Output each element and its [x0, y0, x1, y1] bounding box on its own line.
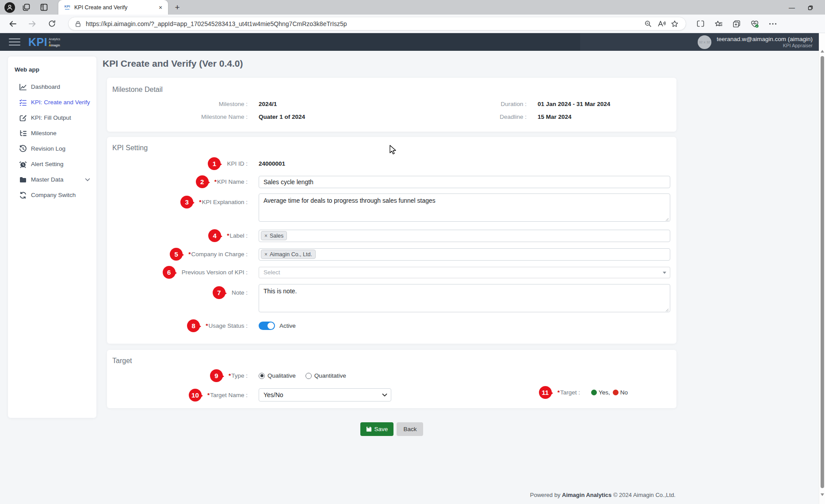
- window-restore-button[interactable]: [807, 4, 814, 11]
- sidebar-heading: Web app: [15, 66, 96, 73]
- target-yes-dot: [591, 390, 597, 395]
- annotation-badge-10: 10: [189, 389, 202, 402]
- app-workspace: Web app Dashboard KPI: Create and Verify…: [0, 51, 819, 504]
- radio-selected-icon[interactable]: [259, 373, 265, 379]
- window-minimize-button[interactable]: —: [789, 5, 795, 10]
- annotation-badge-11: 11: [539, 386, 552, 399]
- page-title: KPI Create and Verify (Ver 0.4.0): [103, 58, 676, 69]
- chevron-down-icon: [382, 392, 387, 398]
- browser-essentials-icon[interactable]: [749, 18, 760, 30]
- sidebar-item-revision-log[interactable]: Revision Log: [15, 141, 96, 156]
- company-in-charge-row: 5 * Company in Charge : × Aimagin Co., L…: [112, 248, 670, 261]
- annotation-badge-5: 5: [170, 248, 183, 261]
- sidebar-item-master-data[interactable]: Master Data: [15, 172, 96, 187]
- zoom-out-icon[interactable]: [642, 18, 655, 30]
- tab-title: KPI Create and Verify: [74, 4, 157, 11]
- new-tab-button[interactable]: +: [172, 2, 183, 13]
- user-menu[interactable]: 32 x 32 teeranad.w@aimagin.com (aimagin)…: [580, 33, 819, 51]
- target-name-select[interactable]: Yes/No: [259, 388, 391, 402]
- target-card: Target 9 * Type : Qualitative: [107, 350, 676, 408]
- chart-line-icon: [19, 83, 27, 91]
- url-text[interactable]: https://kpi.aimagin.com/?_appId=app_1702…: [86, 20, 642, 27]
- target-no-dot: [613, 390, 619, 395]
- resize-grip-icon[interactable]: [665, 218, 669, 221]
- resize-grip-icon[interactable]: [665, 308, 669, 312]
- remove-tag-icon[interactable]: ×: [264, 233, 267, 239]
- kpi-explanation-textarea[interactable]: Average time for deals to progress throu…: [259, 193, 670, 222]
- tree-list-icon: [19, 129, 27, 138]
- refresh-button[interactable]: [45, 17, 58, 30]
- folder-icon: [19, 175, 27, 184]
- radio-unselected-icon[interactable]: [306, 373, 312, 379]
- label-chip: × Sales: [261, 231, 287, 240]
- browser-toolbar: https://kpi.aimagin.com/?_appId=app_1702…: [0, 15, 825, 33]
- radio-qualitative[interactable]: Qualitative: [259, 372, 296, 379]
- forward-button[interactable]: [26, 17, 39, 30]
- kpi-name-input[interactable]: [259, 176, 670, 188]
- edit-icon: [19, 114, 27, 122]
- tab-groups-icon[interactable]: [19, 2, 33, 13]
- milestone-field: Milestone : 2024/1: [112, 101, 391, 107]
- sidebar-item-kpi-fill-output[interactable]: KPI: Fill Output: [15, 110, 96, 125]
- back-button[interactable]: [6, 17, 19, 30]
- kpi-favicon: KPI: [64, 4, 71, 11]
- scrollbar-thumb[interactable]: [821, 56, 824, 488]
- dropdown-arrow-icon: [663, 272, 666, 276]
- split-screen-icon[interactable]: [695, 18, 706, 30]
- chevron-down-icon[interactable]: [85, 178, 90, 182]
- sidebar-item-kpi-create-and-verify[interactable]: KPI: Create and Verify: [15, 95, 96, 110]
- previous-version-select[interactable]: Select: [259, 267, 670, 278]
- company-tag-input[interactable]: × Aimagin Co., Ltd.: [259, 248, 670, 261]
- powered-by-footer: Powered by Aimagin Analytics © 2024 Aima…: [530, 492, 676, 498]
- collections-icon[interactable]: [731, 18, 742, 30]
- browser-tab-strip: KPI KPI Create and Verify × + —: [0, 0, 825, 15]
- menu-hamburger-icon[interactable]: [9, 38, 20, 46]
- address-bar[interactable]: https://kpi.aimagin.com/?_appId=app_1702…: [68, 17, 686, 30]
- kpi-setting-card: KPI Setting 1 KPI ID : 24000001 2 * KPI …: [107, 137, 676, 344]
- label-tag-input[interactable]: × Sales: [259, 230, 670, 242]
- sidebar-item-dashboard[interactable]: Dashboard: [15, 79, 96, 95]
- milestone-name-field: Milestone Name : Quater 1 of 2024: [112, 114, 391, 120]
- annotation-badge-6: 6: [163, 266, 176, 279]
- sidebar-item-company-switch[interactable]: Company Switch: [15, 187, 96, 203]
- kpi-explanation-row: 3 * KPI Explanation : Average time for d…: [112, 193, 670, 224]
- favorite-star-icon[interactable]: [668, 18, 681, 30]
- note-row: 7 Note : This is note.: [112, 284, 670, 314]
- duration-field: Duration : 01 Jan 2024 - 31 Mar 2024: [391, 101, 670, 107]
- read-aloud-icon[interactable]: [655, 18, 668, 30]
- annotation-badge-2: 2: [196, 175, 209, 188]
- annotation-badge-1: 1: [208, 157, 221, 170]
- annotation-badge-9: 9: [210, 369, 223, 382]
- tab-close-icon[interactable]: ×: [157, 4, 164, 11]
- user-avatar: 32 x 32: [698, 35, 711, 49]
- user-role: KPI Appraiser: [717, 43, 813, 49]
- sidebar: Web app Dashboard KPI: Create and Verify…: [8, 57, 96, 418]
- favorites-bar-icon[interactable]: [713, 18, 724, 30]
- scroll-down-arrow[interactable]: [821, 493, 824, 498]
- scroll-up-arrow[interactable]: [821, 48, 824, 53]
- checklist-icon: [19, 98, 27, 107]
- sync-icon: [19, 191, 27, 200]
- page-scrollbar[interactable]: [819, 33, 825, 504]
- radio-quantitative[interactable]: Quantitative: [306, 372, 346, 379]
- kpi-setting-title: KPI Setting: [112, 144, 670, 152]
- milestone-detail-title: Milestone Detail: [112, 86, 670, 94]
- usage-status-toggle[interactable]: [259, 322, 275, 330]
- settings-menu-icon[interactable]: [768, 18, 778, 30]
- type-row: 9 * Type : Qualitative Quantitative: [112, 369, 670, 382]
- browser-profile-icon[interactable]: [4, 2, 15, 13]
- back-button-form[interactable]: Back: [397, 422, 423, 436]
- vertical-tabs-icon[interactable]: [37, 2, 50, 13]
- target-title: Target: [112, 357, 670, 365]
- remove-tag-icon[interactable]: ×: [264, 251, 267, 258]
- sidebar-item-alert-setting[interactable]: Alert Setting: [15, 156, 96, 172]
- kpi-name-row: 2 * KPI Name :: [112, 175, 670, 188]
- target-indicator-row: 11 *Target : Yes, No: [539, 386, 628, 399]
- note-textarea[interactable]: This is note.: [259, 284, 670, 312]
- sidebar-item-milestone[interactable]: Milestone: [15, 125, 96, 141]
- app-logo[interactable]: KPI Analytics & Aimagin: [28, 37, 60, 47]
- save-button[interactable]: Save: [360, 422, 394, 436]
- save-icon: [366, 426, 372, 432]
- annotation-badge-8: 8: [187, 319, 200, 332]
- browser-tab[interactable]: KPI KPI Create and Verify ×: [58, 0, 168, 15]
